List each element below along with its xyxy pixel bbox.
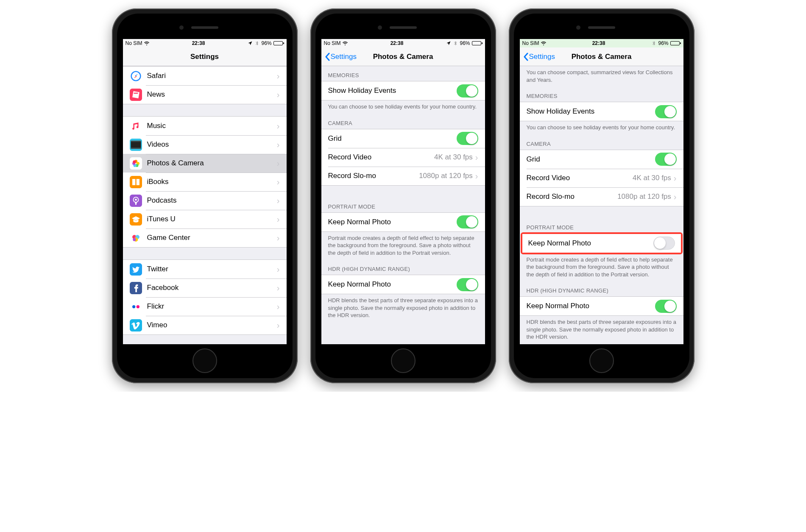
row-label: Photos & Camera bbox=[147, 159, 277, 167]
battery-icon bbox=[670, 41, 681, 45]
svg-rect-8 bbox=[131, 140, 141, 141]
section-footer-memories: You can choose to see holiday events for… bbox=[520, 121, 683, 135]
row-record-video[interactable]: Record Video 4K at 30 fps › bbox=[321, 148, 485, 167]
wifi-icon bbox=[541, 41, 546, 46]
toggle-keep-normal-portrait[interactable] bbox=[457, 215, 478, 228]
clock-label: 22:38 bbox=[390, 40, 404, 46]
carrier-label: No SIM bbox=[126, 40, 142, 46]
svg-rect-10 bbox=[130, 157, 142, 170]
clock-label: 22:38 bbox=[192, 40, 205, 46]
row-grid[interactable]: Grid bbox=[321, 129, 485, 148]
chevron-right-icon: › bbox=[674, 192, 677, 201]
toggle-show-holiday[interactable] bbox=[457, 84, 478, 97]
section-header-camera: CAMERA bbox=[520, 135, 683, 150]
row-keep-normal-portrait[interactable]: Keep Normal Photo bbox=[321, 213, 485, 231]
row-record-slomo[interactable]: Record Slo-mo 1080p at 120 fps › bbox=[321, 167, 485, 185]
wifi-icon bbox=[144, 41, 149, 46]
settings-row-videos[interactable]: Videos› bbox=[123, 135, 287, 154]
row-grid[interactable]: Grid bbox=[520, 150, 683, 169]
settings-row-vimeo[interactable]: Vimeo› bbox=[123, 316, 287, 334]
row-label: Record Slo-mo bbox=[328, 172, 419, 180]
row-detail: 1080p at 120 fps bbox=[617, 192, 671, 201]
svg-rect-32 bbox=[130, 319, 142, 331]
svg-point-19 bbox=[135, 198, 137, 201]
settings-row-flickr[interactable]: Flickr› bbox=[123, 297, 287, 316]
home-button[interactable] bbox=[192, 348, 217, 373]
row-label: News bbox=[147, 90, 277, 99]
home-button[interactable] bbox=[589, 348, 614, 373]
location-icon bbox=[248, 41, 253, 46]
section-header-memories: MEMORIES bbox=[520, 87, 683, 102]
battery-icon bbox=[273, 41, 284, 45]
row-label: Grid bbox=[328, 134, 457, 143]
settings-row-music[interactable]: Music› bbox=[123, 117, 287, 135]
settings-row-photos[interactable]: Photos & Camera› bbox=[123, 154, 287, 173]
svg-rect-5 bbox=[130, 120, 142, 132]
back-button[interactable]: Settings bbox=[325, 53, 357, 61]
settings-row-podcasts[interactable]: Podcasts› bbox=[123, 191, 287, 210]
screen-photos-camera-1: No SIM 22:38 96% Settings Photos & Camer… bbox=[321, 39, 485, 344]
photos-icon bbox=[130, 157, 142, 170]
row-detail: 1080p at 120 fps bbox=[419, 172, 473, 180]
itunesu-icon bbox=[130, 213, 142, 226]
bluetooth-icon bbox=[651, 41, 656, 46]
chevron-right-icon: › bbox=[277, 159, 280, 167]
chevron-right-icon: › bbox=[277, 302, 280, 311]
nav-bar: Settings Photos & Camera bbox=[520, 47, 683, 66]
svg-rect-4 bbox=[134, 92, 138, 93]
chevron-right-icon: › bbox=[475, 153, 478, 162]
section-footer-memories: You can choose to see holiday events for… bbox=[321, 100, 485, 114]
status-bar: No SIM 22:38 96% bbox=[321, 39, 485, 47]
row-label: Game Center bbox=[147, 234, 277, 242]
screen-photos-camera-2: No SIM 22:38 96% Settings Photos & Camer… bbox=[520, 39, 683, 344]
back-label: Settings bbox=[331, 53, 357, 61]
toggle-show-holiday[interactable] bbox=[655, 105, 677, 118]
settings-row-safari[interactable]: Safari› bbox=[123, 67, 287, 85]
row-label: Keep Normal Photo bbox=[527, 302, 655, 310]
toggle-keep-normal-hdr[interactable] bbox=[655, 300, 677, 313]
screen-settings-list: No SIM 22:38 96% Settings Safari›News›Mu… bbox=[123, 39, 287, 344]
row-keep-normal-hdr[interactable]: Keep Normal Photo bbox=[321, 275, 485, 294]
highlight-annotation: Keep Normal Photo bbox=[521, 232, 683, 254]
row-show-holiday-events[interactable]: Show Holiday Events bbox=[321, 81, 485, 100]
settings-row-itunesu[interactable]: iTunes U› bbox=[123, 210, 287, 228]
toggle-grid[interactable] bbox=[655, 153, 677, 166]
settings-row-ibooks[interactable]: iBooks› bbox=[123, 173, 287, 191]
nav-bar: Settings bbox=[123, 47, 287, 66]
toggle-keep-normal-portrait[interactable] bbox=[653, 237, 675, 250]
chevron-right-icon: › bbox=[277, 284, 280, 292]
safari-icon bbox=[130, 70, 142, 82]
row-record-slomo[interactable]: Record Slo-mo 1080p at 120 fps › bbox=[520, 187, 683, 206]
home-button[interactable] bbox=[391, 348, 416, 373]
row-detail: 4K at 30 fps bbox=[633, 174, 671, 182]
settings-row-twitter[interactable]: Twitter› bbox=[123, 260, 287, 279]
row-keep-normal-portrait[interactable]: Keep Normal Photo bbox=[522, 234, 681, 253]
svg-rect-17 bbox=[130, 176, 142, 188]
settings-row-news[interactable]: News› bbox=[123, 85, 287, 104]
chevron-right-icon: › bbox=[277, 196, 280, 205]
location-icon bbox=[446, 41, 451, 46]
svg-rect-7 bbox=[131, 142, 141, 148]
row-record-video[interactable]: Record Video 4K at 30 fps › bbox=[520, 169, 683, 187]
svg-point-16 bbox=[133, 160, 136, 163]
carrier-label: No SIM bbox=[522, 40, 539, 46]
music-icon bbox=[130, 120, 142, 132]
row-show-holiday-events[interactable]: Show Holiday Events bbox=[520, 102, 683, 121]
chevron-right-icon: › bbox=[277, 90, 280, 99]
row-label: Flickr bbox=[147, 302, 277, 311]
section-footer-hdr: HDR blends the best parts of three separ… bbox=[520, 316, 683, 344]
row-label: Safari bbox=[147, 72, 277, 80]
svg-rect-9 bbox=[131, 148, 141, 148]
podcasts-icon bbox=[130, 195, 142, 207]
settings-row-gamecenter[interactable]: Game Center› bbox=[123, 228, 287, 247]
toggle-grid[interactable] bbox=[457, 132, 478, 145]
chevron-right-icon: › bbox=[475, 172, 478, 180]
ibooks-icon bbox=[130, 176, 142, 188]
row-label: Music bbox=[147, 122, 277, 130]
toggle-keep-normal-hdr[interactable] bbox=[457, 278, 478, 291]
settings-row-facebook[interactable]: Facebook› bbox=[123, 279, 287, 297]
section-header-portrait: PORTRAIT MODE bbox=[520, 218, 683, 233]
back-button[interactable]: Settings bbox=[523, 53, 555, 61]
svg-rect-29 bbox=[130, 301, 142, 313]
row-keep-normal-hdr[interactable]: Keep Normal Photo bbox=[520, 297, 683, 315]
